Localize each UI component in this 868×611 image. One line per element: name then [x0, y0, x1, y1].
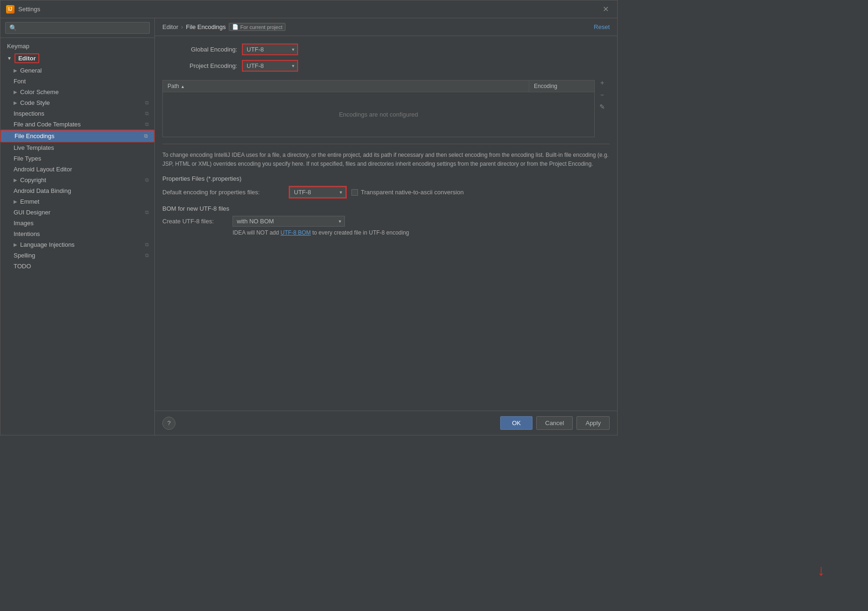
copy-icon: ⧉	[145, 252, 149, 258]
project-badge: 📄 For current project	[229, 23, 286, 31]
settings-window: IJ Settings ✕ Keymap ▼ Editor	[0, 0, 618, 435]
sidebar-item-language-injections[interactable]: ▶ Language Injections ⧉	[0, 239, 154, 250]
project-label: For current project	[241, 24, 283, 30]
breadcrumb: Editor › File Encodings 📄 For current pr…	[162, 23, 285, 31]
copy-icon: ⧉	[145, 110, 149, 117]
sidebar-item-images[interactable]: Images	[0, 218, 154, 228]
search-input[interactable]	[5, 22, 150, 34]
create-utf8-select[interactable]: with NO BOM with BOM	[233, 216, 345, 227]
arrow-icon: ▶	[14, 100, 17, 105]
breadcrumb-sep: ›	[181, 23, 183, 30]
properties-section-title: Properties Files (*.properties)	[162, 175, 610, 182]
sidebar-item-todo[interactable]: TODO	[0, 261, 154, 272]
bom-section: BOM for new UTF-8 files Create UTF-8 fil…	[162, 205, 610, 236]
remove-path-button[interactable]: －	[597, 89, 608, 101]
project-icon: 📄	[232, 24, 239, 30]
nav-label: Android Layout Editor	[14, 166, 72, 173]
encoding-column-header[interactable]: Encoding	[529, 81, 595, 92]
arrow-icon: ▶	[14, 89, 17, 95]
nav-label: Images	[14, 220, 34, 227]
sidebar-item-file-encodings[interactable]: File Encodings ⧉	[0, 130, 154, 142]
nav-label: Editor	[15, 53, 40, 63]
sidebar-item-intentions[interactable]: Intentions	[0, 228, 154, 239]
sidebar-item-font[interactable]: Font	[0, 76, 154, 87]
sidebar-item-file-code-templates[interactable]: File and Code Templates ⧉	[0, 119, 154, 130]
sidebar-item-emmet[interactable]: ▶ Emmet	[0, 196, 154, 207]
reset-button[interactable]: Reset	[594, 23, 610, 30]
idea-text-prefix: IDEA will NOT add	[233, 229, 280, 236]
global-encoding-dropdown-wrapper: UTF-8 UTF-16 ISO-8859-1	[242, 44, 298, 55]
panel-body: Global Encoding: UTF-8 UTF-16 ISO-8859-1…	[155, 36, 617, 411]
nav-label: Keymap	[7, 43, 29, 50]
nav-tree: Keymap ▼ Editor ▶ General Font ▶	[0, 38, 154, 435]
table-container: Path Encoding Encodings are not configur…	[162, 76, 595, 137]
transparent-conversion-checkbox[interactable]	[351, 189, 358, 196]
sidebar-item-android-data-binding[interactable]: Android Data Binding	[0, 185, 154, 196]
nav-label: Copyright	[20, 177, 46, 184]
utf8-bom-link[interactable]: UTF-8 BOM	[280, 229, 311, 236]
project-encoding-label: Project Encoding:	[162, 62, 237, 69]
project-encoding-row: Project Encoding: UTF-8 UTF-16 ISO-8859-…	[162, 60, 610, 72]
properties-section: Properties Files (*.properties) Default …	[162, 175, 610, 199]
sidebar-item-android-layout-editor[interactable]: Android Layout Editor	[0, 164, 154, 175]
create-utf8-label: Create UTF-8 files:	[162, 218, 228, 225]
sidebar-item-file-types[interactable]: File Types	[0, 153, 154, 164]
nav-label: Android Data Binding	[14, 187, 71, 194]
nav-label: Live Templates	[14, 144, 54, 151]
idea-text: IDEA will NOT add UTF-8 BOM to every cre…	[162, 229, 610, 236]
right-panel: Editor › File Encodings 📄 For current pr…	[155, 18, 617, 435]
sidebar-item-keymap[interactable]: Keymap	[0, 41, 154, 52]
add-path-button[interactable]: ＋	[597, 77, 608, 88]
create-utf8-row: Create UTF-8 files: with NO BOM with BOM	[162, 216, 610, 227]
table-side-buttons: ＋ － ✎	[595, 76, 610, 137]
nav-label: Inspections	[14, 110, 44, 117]
path-table: Path Encoding Encodings are not configur…	[162, 80, 595, 137]
transparent-conversion-text: Transparent native-to-ascii conversion	[361, 189, 464, 196]
titlebar: IJ Settings ✕	[0, 0, 617, 18]
sidebar-item-inspections[interactable]: Inspections ⧉	[0, 108, 154, 119]
global-encoding-row: Global Encoding: UTF-8 UTF-16 ISO-8859-1	[162, 44, 610, 55]
table-empty-text: Encodings are not configured	[163, 92, 595, 137]
apply-button[interactable]: Apply	[576, 416, 610, 430]
info-text: To change encoding IntelliJ IDEA uses fo…	[162, 144, 610, 169]
breadcrumb-current: File Encodings	[186, 23, 226, 30]
global-encoding-label: Global Encoding:	[162, 46, 237, 53]
sidebar-item-code-style[interactable]: ▶ Code Style ⧉	[0, 97, 154, 108]
bottom-bar: ? OK Cancel Apply	[155, 411, 617, 435]
app-icon: IJ	[6, 5, 15, 14]
properties-encoding-select[interactable]: UTF-8 UTF-16 ISO-8859-1	[290, 187, 346, 198]
nav-label: TODO	[14, 263, 31, 270]
sidebar-item-gui-designer[interactable]: GUI Designer ⧉	[0, 207, 154, 218]
edit-path-button[interactable]: ✎	[597, 102, 608, 112]
ok-button[interactable]: OK	[500, 416, 532, 430]
copy-icon: ⧉	[145, 209, 149, 215]
sidebar-item-general[interactable]: ▶ General	[0, 65, 154, 76]
project-encoding-select[interactable]: UTF-8 UTF-16 ISO-8859-1	[242, 60, 298, 72]
cancel-button[interactable]: Cancel	[536, 416, 573, 430]
sidebar-item-color-scheme[interactable]: ▶ Color Scheme	[0, 87, 154, 97]
nav-label: File Types	[14, 155, 41, 162]
action-buttons: OK Cancel Apply	[500, 416, 610, 430]
path-column-header[interactable]: Path	[163, 81, 529, 92]
copy-icon: ⧉	[145, 100, 149, 106]
help-button[interactable]: ?	[162, 417, 175, 430]
create-utf8-dropdown-wrapper: with NO BOM with BOM	[233, 216, 345, 227]
sidebar-item-spelling[interactable]: Spelling ⧉	[0, 250, 154, 261]
sidebar-item-editor[interactable]: ▼ Editor	[0, 52, 154, 65]
nav-label: General	[20, 67, 42, 74]
sidebar-item-copyright[interactable]: ▶ Copyright ⧉	[0, 175, 154, 185]
nav-label: File Encodings	[15, 133, 54, 140]
close-button[interactable]: ✕	[600, 4, 612, 15]
transparent-conversion-label: Transparent native-to-ascii conversion	[351, 189, 464, 196]
global-encoding-select[interactable]: UTF-8 UTF-16 ISO-8859-1	[242, 44, 298, 55]
properties-encoding-dropdown-wrapper: UTF-8 UTF-16 ISO-8859-1	[289, 186, 347, 199]
copy-icon: ⧉	[145, 177, 149, 183]
copy-icon: ⧉	[145, 242, 149, 248]
arrow-icon: ▼	[7, 56, 12, 61]
arrow-icon: ▶	[14, 68, 17, 73]
sidebar: Keymap ▼ Editor ▶ General Font ▶	[0, 18, 155, 435]
sidebar-item-live-templates[interactable]: Live Templates	[0, 142, 154, 153]
nav-label: Language Injections	[20, 241, 74, 248]
nav-label: Code Style	[20, 99, 50, 106]
arrow-icon: ▶	[14, 242, 17, 247]
